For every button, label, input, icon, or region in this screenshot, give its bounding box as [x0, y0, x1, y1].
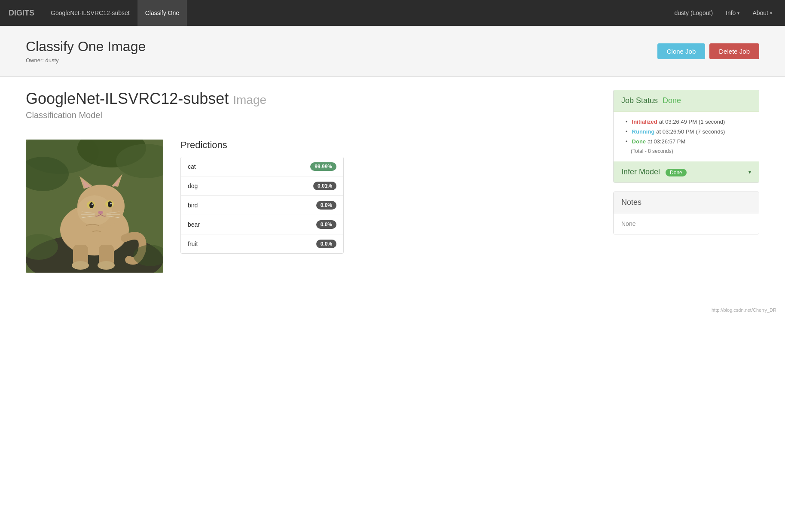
infer-dropdown-icon: ▾	[748, 169, 751, 175]
navbar-right: dusty (Logout) Info ▾ About ▾	[670, 7, 776, 19]
status-initialized-time: at 03:26:49 PM	[659, 119, 697, 125]
infer-label: Infer Model Done	[621, 167, 687, 176]
notes-panel: Notes None	[613, 192, 759, 234]
content-left: GoogleNet-ILSVRC12-subset Image Classifi…	[26, 90, 600, 273]
info-caret-icon: ▾	[737, 11, 739, 15]
prediction-row-cat: cat 99.99%	[181, 157, 343, 176]
status-running-label: Running	[632, 128, 655, 135]
page-header-actions: Clone Job Delete Job	[657, 43, 759, 59]
navbar-brand[interactable]: DIGITS	[9, 9, 34, 18]
navbar-link-googlenet[interactable]: GoogleNet-ILSVRC12-subset	[43, 0, 137, 26]
svg-point-12	[77, 195, 112, 225]
page-footer: http://blog.csdn.net/Cherry_DR	[0, 303, 785, 317]
status-running-duration: (7 seconds)	[696, 128, 725, 135]
svg-point-19	[98, 211, 103, 214]
predictions-title: Predictions	[180, 140, 600, 151]
job-status-value: Done	[663, 96, 681, 105]
cat-image	[26, 140, 163, 273]
notes-content: None	[614, 213, 759, 234]
svg-point-15	[89, 202, 94, 208]
predictions-area: Predictions cat 99.99% dog 0.01% bird 0.…	[180, 140, 600, 254]
page-header-info: Classify One Image Owner: dusty	[26, 39, 146, 64]
about-caret-icon: ▾	[770, 11, 772, 15]
status-event-list: Initialized at 03:26:49 PM (1 second) Ru…	[626, 119, 750, 145]
model-type-badge: Image	[233, 93, 266, 106]
navbar: DIGITS GoogleNet-ILSVRC12-subset Classif…	[0, 0, 785, 26]
prediction-badge-bird: 0.0%	[316, 201, 336, 210]
prediction-badge-dog: 0.01%	[313, 182, 336, 190]
navbar-link-classify[interactable]: Classify One	[137, 0, 187, 26]
prediction-label-bird: bird	[188, 202, 198, 209]
status-done-label: Done	[632, 138, 646, 145]
status-done-time: at 03:26:57 PM	[648, 138, 685, 145]
prediction-label-cat: cat	[188, 163, 196, 170]
prediction-row-fruit: fruit 0.0%	[181, 234, 343, 253]
status-event-initialized: Initialized at 03:26:49 PM (1 second)	[626, 119, 750, 125]
prediction-badge-cat: 99.99%	[310, 162, 336, 171]
prediction-badge-bear: 0.0%	[316, 220, 336, 229]
navbar-about[interactable]: About ▾	[748, 7, 776, 19]
job-status-body: Initialized at 03:26:49 PM (1 second) Ru…	[614, 112, 759, 161]
status-event-done: Done at 03:26:57 PM	[626, 138, 750, 145]
results-area: Predictions cat 99.99% dog 0.01% bird 0.…	[26, 140, 600, 273]
svg-point-28	[72, 261, 89, 270]
infer-model-button[interactable]: Infer Model Done ▾	[614, 161, 759, 182]
status-event-running: Running at 03:26:50 PM (7 seconds)	[626, 128, 750, 135]
notes-header: Notes	[614, 192, 759, 213]
model-subtitle: Classification Model	[26, 110, 600, 120]
status-running-time: at 03:26:50 PM	[656, 128, 694, 135]
main-content: GoogleNet-ILSVRC12-subset Image Classifi…	[0, 77, 785, 286]
navbar-user[interactable]: dusty (Logout)	[670, 7, 718, 19]
model-title: GoogleNet-ILSVRC12-subset Image	[26, 90, 600, 108]
svg-point-17	[92, 204, 93, 205]
job-status-panel: Job Status Done Initialized at 03:26:49 …	[613, 90, 759, 183]
page-owner: Owner: dusty	[26, 57, 146, 64]
page-header: Classify One Image Owner: dusty Clone Jo…	[0, 26, 785, 77]
prediction-row-bird: bird 0.0%	[181, 196, 343, 215]
prediction-row-bear: bear 0.0%	[181, 215, 343, 234]
delete-job-button[interactable]: Delete Job	[709, 43, 759, 59]
status-total: (Total - 8 seconds)	[631, 148, 750, 154]
prediction-row-dog: dog 0.01%	[181, 176, 343, 196]
clone-job-button[interactable]: Clone Job	[657, 43, 706, 59]
content-right: Job Status Done Initialized at 03:26:49 …	[613, 90, 759, 273]
prediction-label-dog: dog	[188, 182, 198, 189]
svg-point-29	[98, 261, 115, 270]
status-initialized-label: Initialized	[632, 119, 657, 125]
page-title: Classify One Image	[26, 39, 146, 55]
job-status-header: Job Status Done	[614, 90, 759, 112]
navbar-links: GoogleNet-ILSVRC12-subset Classify One	[43, 0, 670, 26]
infer-status-badge: Done	[666, 169, 687, 176]
divider	[26, 129, 600, 129]
prediction-badge-fruit: 0.0%	[316, 240, 336, 248]
footer-text: http://blog.csdn.net/Cherry_DR	[712, 307, 776, 313]
navbar-info[interactable]: Info ▾	[721, 7, 744, 19]
predictions-table: cat 99.99% dog 0.01% bird 0.0% bear 0.0%	[180, 157, 344, 254]
prediction-label-bear: bear	[188, 221, 200, 228]
svg-point-16	[108, 201, 112, 207]
prediction-label-fruit: fruit	[188, 240, 198, 247]
svg-point-18	[110, 203, 112, 204]
status-initialized-duration: (1 second)	[699, 119, 725, 125]
